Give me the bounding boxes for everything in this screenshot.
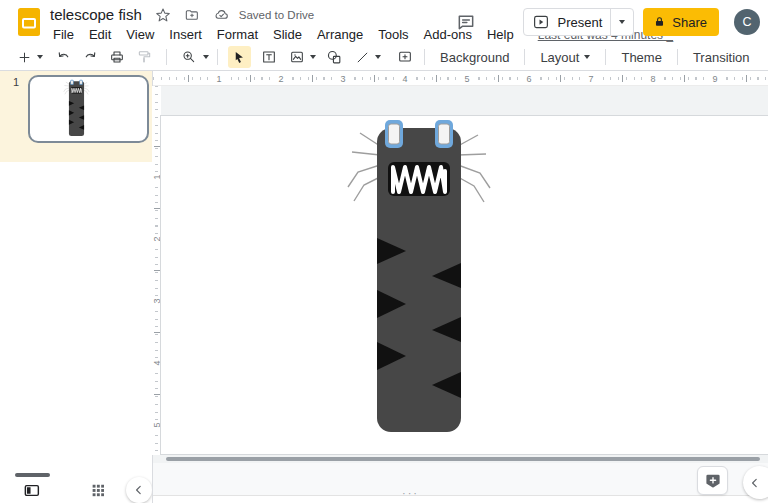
select-tool-button[interactable] [228, 46, 251, 68]
toolbar-divider [605, 49, 606, 65]
document-title[interactable]: telescope fish [50, 6, 142, 23]
lock-icon [653, 15, 666, 29]
slides-logo-icon[interactable] [18, 8, 40, 36]
present-button[interactable]: Present [523, 8, 634, 36]
layout-label: Layout [540, 50, 579, 65]
thumbnail-fish-drawing [63, 79, 90, 137]
zoom-dropdown-icon[interactable] [203, 55, 209, 59]
app-header: telescope fish Saved to Drive File Edit … [0, 0, 768, 44]
notes-resize-handle[interactable]: ··· [402, 487, 419, 499]
hide-filmstrip-button[interactable] [126, 477, 152, 503]
menu-edit[interactable]: Edit [86, 26, 114, 43]
grid-view-icon[interactable] [92, 484, 105, 497]
present-play-icon [532, 13, 550, 31]
saved-status[interactable]: Saved to Drive [239, 9, 314, 21]
menu-format[interactable]: Format [214, 26, 261, 43]
background-button[interactable]: Background [431, 47, 518, 68]
chevron-down-icon [619, 20, 625, 24]
toolbar-divider [166, 49, 167, 65]
explore-icon [704, 472, 722, 490]
ruler-mark: 3 [338, 72, 348, 84]
chevron-left-icon [749, 477, 761, 489]
menu-tools[interactable]: Tools [375, 26, 411, 43]
insert-line-button[interactable] [352, 47, 372, 67]
layout-button[interactable]: Layout [531, 47, 599, 68]
transition-button[interactable]: Transition [684, 47, 759, 68]
print-button[interactable] [107, 47, 127, 67]
toolbar-divider [217, 49, 218, 65]
layout-dropdown-icon [584, 55, 590, 59]
new-slide-button[interactable] [14, 47, 34, 67]
redo-button[interactable] [80, 47, 100, 67]
theme-button[interactable]: Theme [612, 47, 670, 68]
present-label: Present [557, 15, 602, 30]
comments-icon[interactable] [456, 12, 476, 32]
chevron-left-icon [133, 484, 145, 496]
ruler-mark: 1 [214, 72, 224, 84]
view-toggle-bar [0, 477, 152, 503]
toolbar-divider [524, 49, 525, 65]
insert-image-dropdown-icon[interactable] [310, 55, 316, 59]
slide-thumbnail[interactable] [28, 75, 149, 143]
cloud-saved-icon [213, 7, 230, 23]
insert-line-dropdown-icon[interactable] [375, 55, 381, 59]
ruler-mark: 4 [400, 72, 410, 84]
paint-format-button[interactable] [134, 47, 154, 67]
horizontal-ruler[interactable]: 1 2 3 4 5 6 7 8 9 [153, 71, 768, 86]
title-row: telescope fish Saved to Drive [50, 6, 314, 23]
horizontal-scrollbar-thumb[interactable] [166, 457, 760, 461]
account-avatar[interactable]: C [734, 9, 760, 35]
menu-slide[interactable]: Slide [270, 26, 305, 43]
ruler-mark: 6 [524, 72, 534, 84]
explore-button[interactable] [697, 466, 728, 495]
star-icon[interactable] [155, 7, 171, 23]
share-label: Share [672, 15, 707, 30]
header-actions: Present Share C [456, 8, 760, 36]
google-slides-app: telescope fish Saved to Drive File Edit … [0, 0, 768, 503]
slide-filmstrip: 1 [0, 71, 152, 503]
ruler-mark: 2 [276, 72, 286, 84]
main-toolbar: Background Layout Theme Transition [0, 44, 768, 71]
ruler-mark: 7 [586, 72, 596, 84]
filmstrip-view-icon[interactable] [24, 484, 40, 497]
toolbar-divider [677, 49, 678, 65]
menu-view[interactable]: View [123, 26, 157, 43]
ruler-mark: 5 [462, 72, 472, 84]
telescope-fish-drawing[interactable] [344, 116, 494, 438]
present-dropdown[interactable] [610, 9, 633, 35]
text-box-button[interactable] [259, 47, 279, 67]
insert-image-button[interactable] [287, 47, 307, 67]
share-button[interactable]: Share [643, 8, 719, 36]
undo-button[interactable] [53, 47, 73, 67]
insert-shape-button[interactable] [324, 47, 344, 67]
menu-file[interactable]: File [50, 26, 77, 43]
show-side-panel-button[interactable] [743, 466, 768, 499]
ruler-mark: 9 [710, 72, 720, 84]
move-folder-icon[interactable] [184, 7, 200, 23]
slide-number: 1 [13, 76, 19, 88]
insert-comment-button[interactable] [395, 47, 415, 67]
ruler-mark: 8 [648, 72, 658, 84]
menu-arrange[interactable]: Arrange [314, 26, 366, 43]
toolbar-divider [424, 49, 425, 65]
zoom-button[interactable] [179, 47, 199, 67]
speaker-notes-panel[interactable] [153, 463, 768, 496]
menu-insert[interactable]: Insert [166, 26, 205, 43]
new-slide-dropdown-icon[interactable] [37, 55, 43, 59]
